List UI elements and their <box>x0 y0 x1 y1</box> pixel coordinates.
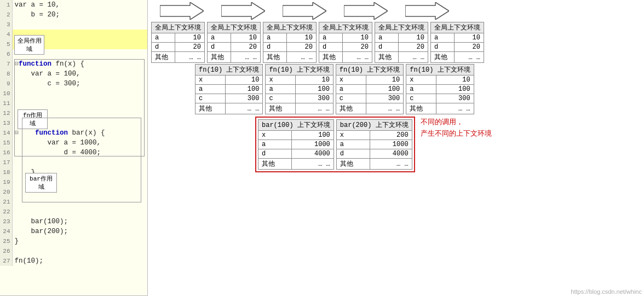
table-val: 100 <box>436 85 474 94</box>
table-key: 其他 <box>266 103 296 114</box>
main-layout: 1var a = 10,2 b = 20;34567⊟function fn(x… <box>0 0 644 296</box>
table-val: 4000 <box>370 149 412 159</box>
table-row: x100 <box>258 131 334 140</box>
table-val: … … <box>296 103 334 114</box>
watermark: https://blog.csdn.net/whinc <box>571 288 642 295</box>
table-val: … … <box>292 159 334 170</box>
table-val: 1000 <box>370 140 412 149</box>
table-key: d <box>208 43 231 52</box>
line-number: 16 <box>0 148 12 158</box>
table-key: x <box>196 76 226 85</box>
table-row: a1000 <box>336 140 412 149</box>
table-row: c300 <box>336 94 403 103</box>
table-row: 其他… … <box>375 52 428 63</box>
table-val: 10 <box>366 76 404 85</box>
svg-marker-4 <box>405 2 449 20</box>
table-key: a <box>336 85 366 94</box>
table-val: 200 <box>370 131 412 140</box>
table-row: x10 <box>336 76 403 85</box>
line-number: 21 <box>0 197 12 207</box>
table-key: 其他 <box>336 159 370 170</box>
line-number: 25 <box>0 236 12 246</box>
table-row: a1000 <box>258 140 334 149</box>
table-key: c <box>196 94 226 103</box>
table-key: a <box>431 33 455 43</box>
table-row: d20 <box>375 43 428 52</box>
table-row: 其他… … <box>208 52 261 63</box>
table-row: 其他… … <box>336 159 412 170</box>
table-key: 其他 <box>263 52 287 63</box>
code-panel: 1var a = 10,2 b = 20;34567⊟function fn(x… <box>0 0 148 296</box>
table-row: 其他… … <box>431 52 484 63</box>
arrow-icon <box>221 2 265 20</box>
table-val: 20 <box>343 43 372 52</box>
table-val: … … <box>455 52 484 63</box>
line-number: 18 <box>0 167 12 177</box>
context-table: 全局上下文环境a10d20其他… … <box>263 22 317 63</box>
line-number: 23 <box>0 217 12 227</box>
arrow-icon <box>405 2 449 20</box>
table-val: 300 <box>225 94 263 103</box>
table-header: fn(10) 上下文环境 <box>336 65 403 76</box>
bar-note: 不同的调用， 产生不同的上下文环境 <box>421 117 492 140</box>
table-row: d20 <box>263 43 317 52</box>
arrow-icon <box>283 2 326 20</box>
table-header: 全局上下文环境 <box>375 22 428 33</box>
table-key: d <box>152 43 175 52</box>
table-row: c300 <box>196 94 263 103</box>
fn-tables-row: fn(10) 上下文环境x10a100c300其他… …fn(10) 上下文环境… <box>195 64 641 114</box>
context-table: fn(10) 上下文环境x10a100c300其他… … <box>195 64 263 114</box>
svg-marker-1 <box>221 2 265 20</box>
table-row: x10 <box>196 76 263 85</box>
table-row: 其他… … <box>263 52 317 63</box>
code-content: } <box>12 236 147 246</box>
table-key: x <box>266 76 296 85</box>
table-key: 其他 <box>406 103 436 114</box>
table-val: … … <box>370 159 412 170</box>
table-key: c <box>266 94 296 103</box>
table-key: a <box>263 33 287 43</box>
table-key: 其他 <box>208 52 231 63</box>
line-number: 5 <box>0 39 12 49</box>
table-key: a <box>152 33 175 43</box>
code-content <box>12 20 147 30</box>
global-tables-row: 全局上下文环境a10d20其他… …全局上下文环境a10d20其他… …全局上下… <box>151 22 641 63</box>
table-val: … … <box>436 103 474 114</box>
table-val: … … <box>287 52 317 63</box>
table-key: a <box>266 85 296 94</box>
table-val: 10 <box>455 33 484 43</box>
code-content: var a = 10, <box>12 0 147 10</box>
arrow-icon <box>160 2 204 20</box>
line-number: 26 <box>0 246 12 256</box>
table-row: a10 <box>375 33 428 43</box>
tables-area: 全局上下文环境a10d20其他… …全局上下文环境a10d20其他… …全局上下… <box>151 21 641 296</box>
table-header: 全局上下文环境 <box>263 22 317 33</box>
line-number: 1 <box>0 0 12 10</box>
table-key: d <box>336 149 370 159</box>
table-key: 其他 <box>375 52 399 63</box>
table-row: x10 <box>406 76 474 85</box>
table-row: d20 <box>152 43 205 52</box>
code-content: fn(10); <box>12 256 147 266</box>
table-key: c <box>406 94 436 103</box>
line-number: 10 <box>0 89 12 98</box>
line-number: 20 <box>0 187 12 197</box>
table-header: 全局上下文环境 <box>319 22 372 33</box>
bar-tables-row: bar(100) 上下文环境x100a1000d4000其他… …bar(200… <box>255 117 641 172</box>
table-key: 其他 <box>431 52 455 63</box>
table-val: … … <box>343 52 372 63</box>
table-header: bar(200) 上下文环境 <box>336 120 412 131</box>
table-header: fn(10) 上下文环境 <box>266 65 333 76</box>
table-val: … … <box>175 52 205 63</box>
table-key: 其他 <box>196 103 226 114</box>
table-row: x10 <box>266 76 333 85</box>
table-val: 300 <box>296 94 334 103</box>
line-number: 15 <box>0 138 12 148</box>
table-val: 10 <box>225 76 263 85</box>
table-key: d <box>263 43 287 52</box>
table-val: 10 <box>436 76 474 85</box>
table-key: x <box>406 76 436 85</box>
table-key: a <box>319 33 343 43</box>
table-row: a10 <box>319 33 372 43</box>
svg-marker-3 <box>344 2 388 20</box>
